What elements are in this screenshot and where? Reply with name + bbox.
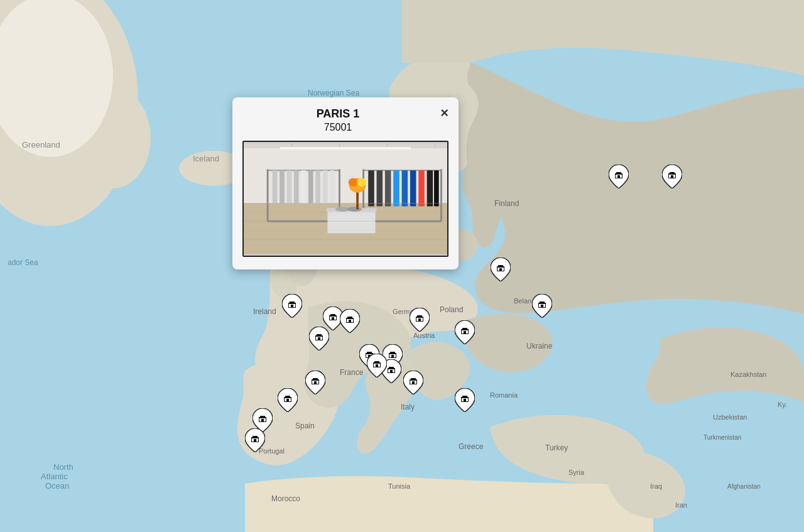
svg-text:France: France: [340, 368, 364, 377]
svg-text:Norwegian Sea: Norwegian Sea: [308, 89, 359, 97]
svg-text:Ireland: Ireland: [253, 307, 276, 316]
svg-rect-63: [377, 170, 383, 206]
svg-text:Morocco: Morocco: [271, 494, 300, 503]
svg-text:Finland: Finland: [494, 199, 519, 208]
svg-rect-54: [308, 170, 313, 203]
svg-text:Poland: Poland: [440, 305, 463, 314]
popup-close-button[interactable]: ×: [440, 106, 448, 120]
svg-text:Romania: Romania: [490, 391, 518, 399]
svg-rect-65: [393, 170, 399, 206]
svg-text:Iceland: Iceland: [193, 154, 219, 163]
svg-rect-69: [427, 170, 433, 206]
pin-madrid[interactable]: [278, 388, 298, 412]
pin-kyiv[interactable]: [455, 388, 475, 412]
svg-text:Kazakhstan: Kazakhstan: [731, 371, 766, 378]
pin-barcelona[interactable]: [305, 371, 325, 394]
svg-text:Ocean: Ocean: [45, 481, 69, 491]
svg-text:Ukraine: Ukraine: [526, 342, 553, 350]
popup-image: [242, 141, 448, 257]
svg-rect-57: [330, 170, 335, 203]
svg-text:Syria: Syria: [568, 469, 585, 476]
popup-subtitle: 75001: [242, 122, 433, 133]
svg-text:Italy: Italy: [401, 403, 415, 411]
svg-rect-44: [280, 147, 411, 149]
pin-rome[interactable]: [367, 354, 387, 377]
svg-rect-56: [323, 170, 328, 203]
svg-text:ador Sea: ador Sea: [8, 258, 38, 267]
svg-point-77: [349, 178, 358, 187]
svg-text:Greenland: Greenland: [22, 140, 60, 149]
pin-riga[interactable]: [532, 294, 552, 318]
popup-header: PARIS 1 75001: [242, 107, 448, 133]
svg-rect-50: [280, 170, 285, 203]
svg-rect-68: [418, 170, 425, 206]
svg-rect-66: [402, 170, 408, 206]
svg-text:Iraq: Iraq: [650, 482, 662, 490]
svg-rect-52: [294, 170, 299, 203]
pin-stockholm[interactable]: [491, 258, 511, 281]
pin-amsterdam[interactable]: [340, 309, 360, 333]
pin-warsaw[interactable]: [455, 320, 475, 344]
svg-rect-70: [434, 170, 439, 206]
pin-florence[interactable]: [403, 371, 423, 394]
svg-rect-49: [273, 170, 278, 203]
svg-rect-67: [410, 170, 416, 206]
svg-text:Greece: Greece: [459, 442, 484, 451]
store-interior-svg: [244, 142, 447, 256]
map-container: North Atlantic Ocean ador Sea Norwegian …: [0, 0, 804, 532]
svg-rect-53: [301, 170, 306, 203]
store-popup: × PARIS 1 75001: [232, 97, 459, 269]
svg-text:Turkey: Turkey: [545, 443, 568, 452]
pin-berlin[interactable]: [410, 308, 430, 332]
svg-rect-51: [287, 170, 292, 203]
svg-text:Spain: Spain: [295, 421, 315, 430]
pin-porto[interactable]: [245, 428, 265, 452]
svg-point-78: [357, 178, 366, 187]
svg-text:Ky.: Ky.: [778, 401, 787, 408]
svg-text:Austria: Austria: [413, 332, 435, 339]
svg-text:Uzbekistan: Uzbekistan: [713, 413, 747, 421]
pin-london[interactable]: [282, 294, 302, 318]
svg-text:Tunisia: Tunisia: [388, 482, 411, 490]
popup-title: PARIS 1: [242, 107, 433, 121]
svg-text:Afghanistan: Afghanistan: [727, 483, 761, 490]
svg-text:Iran: Iran: [675, 501, 687, 509]
svg-point-74: [347, 207, 362, 212]
svg-text:North: North: [53, 462, 73, 472]
svg-text:Turkmenistan: Turkmenistan: [704, 434, 741, 441]
svg-rect-64: [385, 170, 391, 206]
svg-text:Atlantic: Atlantic: [41, 472, 68, 481]
svg-rect-62: [368, 170, 374, 206]
pin-moscow-2[interactable]: [662, 165, 682, 188]
pin-moscow-1[interactable]: [609, 165, 629, 188]
svg-rect-55: [315, 170, 320, 203]
pin-brussels[interactable]: [309, 327, 329, 350]
